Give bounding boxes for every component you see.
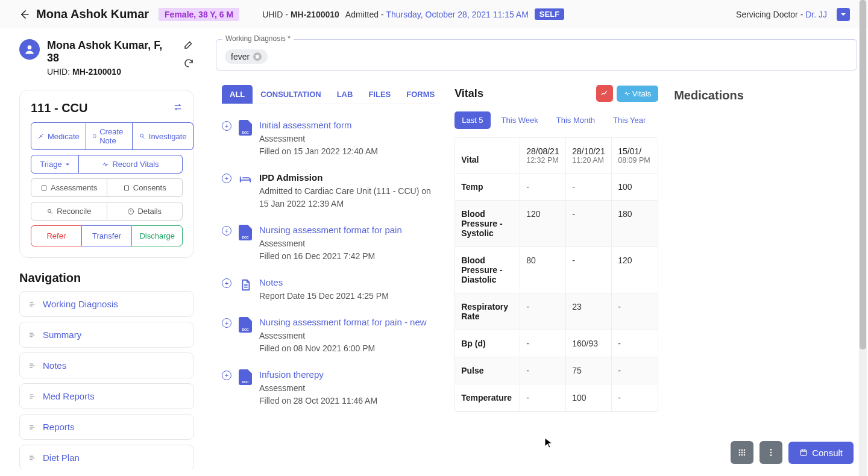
timeline-sub: Report Date 15 Dec 2021 4:25 PM (259, 290, 442, 302)
back-arrow-icon[interactable] (18, 8, 30, 20)
consents-button[interactable]: Consents (107, 178, 183, 197)
svg-point-18 (770, 454, 772, 456)
swap-icon[interactable] (173, 102, 183, 114)
expand-icon[interactable] (222, 174, 231, 183)
timeline-item: NotesReport Date 15 Dec 2021 4:25 PM (222, 270, 442, 310)
vital-value: - (612, 357, 658, 384)
range-year[interactable]: This Year (606, 111, 653, 129)
vital-name: Temp (455, 174, 520, 200)
diagnosis-label: Working Diagnosis * (222, 34, 294, 43)
svg-point-9 (744, 449, 746, 451)
create-note-button[interactable]: Create Note (86, 122, 133, 150)
record-vitals-button[interactable]: Record Vitals (79, 155, 183, 174)
admitted-label: Admitted - Thursday, October 28, 2021 11… (345, 10, 529, 19)
timeline-title[interactable]: Notes (259, 277, 442, 287)
svg-point-13 (739, 454, 741, 456)
diagnosis-tag: fever (225, 49, 268, 64)
timeline-sub2: Filled on 15 Jan 2022 12:40 AM (259, 145, 442, 158)
vital-value: - (520, 357, 566, 384)
expand-icon[interactable] (222, 278, 231, 288)
nav-item[interactable]: Diet Plan (19, 445, 194, 469)
svg-point-12 (744, 452, 746, 454)
vitals-chart-icon[interactable] (596, 85, 613, 102)
vital-value: - (520, 293, 566, 330)
discharge-button[interactable]: Discharge (131, 225, 183, 246)
nav-item[interactable]: Summary (19, 322, 194, 348)
expand-icon[interactable] (222, 121, 231, 131)
patient-summary-name: Mona Ashok Kumar, F, 38 (47, 39, 176, 64)
nav-item[interactable]: Reports (19, 414, 194, 440)
patient-name: Mona Ashok Kumar (36, 7, 149, 21)
vital-value: 80 (520, 247, 566, 293)
vital-value: 120 (520, 201, 566, 246)
vital-row: Blood Pressure - Diastolic80-120 (455, 247, 658, 293)
timeline-title[interactable]: Nursing assessment format for pain (259, 225, 442, 235)
working-diagnosis-field[interactable]: Working Diagnosis * fever (216, 39, 857, 70)
svg-point-2 (140, 134, 143, 137)
scrollbar[interactable] (859, 0, 867, 469)
timeline-sub2: Filled on 16 Dec 2021 7:42 PM (259, 250, 442, 263)
vital-value: - (612, 330, 658, 357)
timeline-title[interactable]: Initial assessment form (259, 120, 442, 130)
tab-all[interactable]: ALL (222, 85, 253, 104)
vital-name: Blood Pressure - Systolic (455, 201, 520, 246)
details-button[interactable]: Details (107, 202, 183, 221)
patient-summary-uhid: UHID: MH-2100010 (47, 67, 176, 77)
expand-icon[interactable] (222, 371, 231, 380)
more-button[interactable] (760, 441, 782, 464)
tab-files[interactable]: FILES (360, 85, 398, 104)
edit-icon[interactable] (183, 39, 194, 52)
medicate-button[interactable]: Medicate (31, 122, 86, 150)
vital-value: - (566, 174, 612, 200)
timeline-sub: Assessment (259, 133, 442, 145)
range-last5[interactable]: Last 5 (454, 111, 490, 129)
main-content: Working Diagnosis * fever ALL CONSULTATI… (205, 28, 868, 469)
transfer-button[interactable]: Transfer (82, 225, 132, 246)
timeline-sub: Assessment (259, 237, 442, 250)
remove-tag-icon[interactable] (253, 52, 262, 61)
nav-item[interactable]: Notes (19, 352, 194, 378)
vital-row: Blood Pressure - Systolic120-180 (455, 201, 658, 247)
vital-row: Respiratory Rate-23- (455, 293, 658, 330)
refresh-icon[interactable] (183, 58, 194, 70)
vital-header: Vital (455, 138, 520, 173)
add-vitals-button[interactable]: Vitals (617, 86, 659, 102)
expand-icon[interactable] (222, 226, 231, 236)
investigate-button[interactable]: Investigate (133, 122, 193, 150)
assessments-button[interactable]: Assessments (31, 178, 107, 197)
timeline-sub: Admitted to Cardiac Care Unit (111 - CCU… (259, 185, 442, 210)
vitals-range-tabs: Last 5 This Week This Month This Year (454, 111, 658, 129)
vital-value: - (566, 201, 612, 246)
doc-icon (239, 369, 252, 385)
vital-name: Temperature (455, 384, 520, 411)
refer-button[interactable]: Refer (31, 225, 82, 246)
doctor-dropdown-button[interactable] (837, 8, 850, 21)
timeline-title[interactable]: Nursing assessment format for pain - new (259, 317, 442, 327)
tab-consultation[interactable]: CONSULTATION (253, 85, 329, 104)
timeline-item: Initial assessment formAssessmentFilled … (222, 113, 442, 165)
range-month[interactable]: This Month (549, 111, 602, 129)
vital-row: Temp--100 (455, 174, 658, 201)
self-badge: SELF (535, 8, 564, 20)
vital-value: 100 (566, 384, 612, 411)
vital-date: 28/10/2111:20 AM (566, 138, 612, 173)
svg-rect-19 (800, 450, 806, 456)
tab-lab[interactable]: LAB (329, 85, 361, 104)
doc-icon (239, 120, 252, 136)
triage-button[interactable]: Triage (31, 155, 79, 174)
grid-button[interactable] (731, 441, 753, 464)
sidebar: Mona Ashok Kumar, F, 38 UHID: MH-2100010… (0, 28, 205, 469)
nav-item[interactable]: Working Diagnosis (19, 291, 194, 317)
floating-actions: Consult (731, 441, 854, 464)
vitals-heading: Vitals (454, 87, 596, 100)
expand-icon[interactable] (222, 318, 231, 328)
consult-button[interactable]: Consult (788, 442, 854, 464)
nav-item[interactable]: Med Reports (19, 383, 194, 409)
range-week[interactable]: This Week (494, 111, 546, 129)
timeline-sub2: Filled on 08 Nov 2021 6:00 PM (259, 342, 442, 355)
svg-point-0 (28, 45, 32, 49)
timeline-title[interactable]: Infusion therepy (259, 369, 442, 380)
timeline-sub: Assessment (259, 330, 442, 342)
reconcile-button[interactable]: Reconcile (31, 202, 107, 221)
tab-forms[interactable]: FORMS (398, 85, 442, 104)
